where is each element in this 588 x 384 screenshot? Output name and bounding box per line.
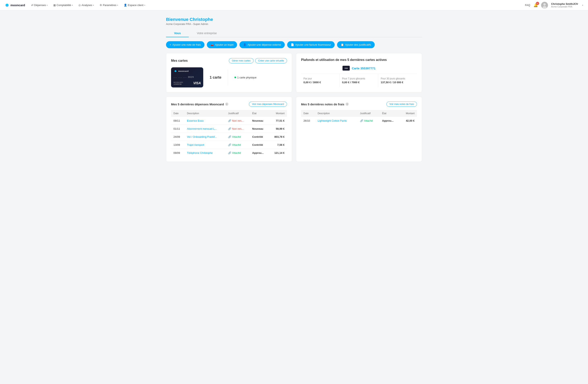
voir-depenses-button[interactable]: Voir mes dépenses Mooncard [249,101,287,107]
user-info: Christophe SmithJCfr Acme Corporate FRA [551,2,578,8]
creer-carte-virtuelle-button[interactable]: Créer une carte virtuelle [255,58,287,63]
gerer-cartes-button[interactable]: Gérer mes cartes [229,58,253,63]
cell-description[interactable]: Essence Esso [185,117,226,125]
credit-card-visual: mooncard .... .... .... 3829 MOONCARD 12… [171,67,203,87]
cc-number: .... .... .... 3829 [173,76,201,78]
plafond-7j-label: Pour 7 jours glissants [342,77,376,80]
cell-etat: Nouveau [250,125,269,133]
cell-description[interactable]: Vol / Onboarding Frankf... [185,133,226,141]
navbar-right: FAQ 🔔 11 Christophe SmithJCfr Acme Corpo… [525,2,583,9]
cell-montant: 77,51 € [269,117,287,125]
plafonds-header: Plafonds et utilisation de mes 5 dernièr… [301,58,417,62]
notes-card: Mes 5 dernières notes de frais i Voir me… [296,96,422,162]
cell-date: 26/10 [301,117,315,125]
mes-cartes-card: Mes cartes Gérer mes cartes Créer une ca… [166,53,292,93]
add-depense-externe-button[interactable]: 👤 Ajouter une dépense externe [239,41,285,48]
notes-table-body: 26/10 Lightweight Cotton Pants 🔗Attaché … [301,117,417,125]
welcome-subtitle: Acme Corporate FRA - Super Admin [166,22,422,25]
main-content: Bienvenue Christophe Acme Corporate FRA … [161,10,427,168]
nav-depenses[interactable]: ⇄ Dépenses ▾ [29,2,50,8]
nav-comptabilite[interactable]: ▦ Comptabilité ▾ [51,2,75,8]
nav-espace-client[interactable]: 👤 Espace client ▾ [122,2,147,8]
plus-icon: + [170,43,171,46]
plafonds-title: Plafonds et utilisation de mes 5 dernièr… [301,58,387,62]
col-justificatif: Justificatif [357,110,380,117]
top-grid: Mes cartes Gérer mes cartes Créer une ca… [166,53,422,93]
nav-analyses[interactable]: ◎ Analyses ▾ [77,2,96,8]
depenses-header: Mes 5 dernières dépenses Mooncard i Voir… [171,101,287,107]
depenses-info-icon[interactable]: i [225,102,228,106]
col-etat: État [250,110,269,117]
cell-description[interactable]: Trajet Aeroport [185,141,226,149]
add-justificatifs-button[interactable]: 📋 Ajouter des justificatifs [337,41,375,48]
user-chevron-icon[interactable]: ▾ [582,4,583,6]
mini-card-visual: VISA [342,66,350,71]
cell-montant: 42,00 € [400,117,417,125]
analyses-icon: ◎ [79,4,81,7]
user-name: Christophe SmithJCfr [551,2,578,5]
cell-justificatif: 🔗Attaché [226,133,250,141]
faq-link[interactable]: FAQ [525,4,530,7]
link-icon: 🔗 [360,119,363,122]
col-date: Date [171,110,185,117]
chevron-down-icon: ▾ [93,4,94,6]
cell-etat: Nouveau [250,117,269,125]
plafond-jour: Par jour 0,00 € / 3000 € [301,74,340,87]
avatar [541,2,548,9]
tab-vous[interactable]: Vous [166,30,189,37]
col-montant: Montant [400,110,417,117]
green-dot-icon [234,77,236,78]
plafond-7j-value: 0,00 € / 7000 € [342,81,376,84]
table-row: 13/09 Trajet Aeroport 🔗Attaché Contrôlé … [171,141,287,149]
add-facture-fournisseur-button[interactable]: 📄 Ajouter une facture fournisseur [287,41,335,48]
cell-justificatif: 🔗Attaché [226,149,250,157]
cc-id: 123456789 [173,83,183,85]
cell-justificatif: 🔗Attaché [357,117,380,125]
cell-justificatif: 🔗Non ren... [226,117,250,125]
bottom-grid: Mes 5 dernières dépenses Mooncard i Voir… [166,96,422,162]
chevron-down-icon: ▾ [117,4,118,6]
cell-montant: 121,14 € [269,149,287,157]
cc-brand-label: MOONCARD [173,81,183,83]
plafond-jour-value: 0,00 € / 3000 € [303,81,337,84]
cell-etat: Approu... [250,149,269,157]
plafond-30j: Pour 30 jours glissants 137,50 € / 10 00… [378,74,417,87]
welcome-title: Bienvenue Christophe [166,17,422,22]
nav-parametres[interactable]: ⚙ Paramètres ▾ [98,2,120,8]
cell-date: 09/09 [171,149,185,157]
add-trajet-button[interactable]: 🚗 Ajouter un trajet [207,41,237,48]
notes-info-icon[interactable]: i [346,102,349,106]
cartes-actions: Gérer mes cartes Créer une carte virtuel… [229,58,287,63]
table-row: 26/10 Lightweight Cotton Pants 🔗Attaché … [301,117,417,125]
cell-montant: 803,78 € [269,133,287,141]
voir-notes-button[interactable]: Voir mes notes de frais [386,101,417,107]
comptabilite-icon: ▦ [53,4,56,7]
mes-cartes-title: Mes cartes [171,59,188,62]
notification-badge: 11 [536,2,539,5]
tab-votre-entreprise[interactable]: Votre entreprise [189,30,225,37]
cell-etat: Contrôlé [250,133,269,141]
table-row: 01/11 Abonnement mensuel L... 🔗Non ren..… [171,125,287,133]
notes-table-head: Date Description Justificatif État Monta… [301,110,417,117]
col-description: Description [185,110,226,117]
cc-bottom: MOONCARD 123456789 VISA [173,81,201,85]
cell-date: 24/09 [171,133,185,141]
mini-visa-icon: VISA [344,68,348,69]
navbar: mooncard ⇄ Dépenses ▾ ▦ Comptabilité ▾ ◎… [0,0,588,10]
notifications-bell[interactable]: 🔔 11 [533,3,538,7]
depenses-card: Mes 5 dernières dépenses Mooncard i Voir… [166,96,292,162]
add-note-frais-button[interactable]: + Ajouter une note de frais [166,41,205,48]
person-icon: 👤 [243,43,246,46]
card-physical: 1 carte physique [234,76,256,79]
cell-description[interactable]: Abonnement mensuel L... [185,125,226,133]
col-justificatif: Justificatif [226,110,250,117]
cell-description[interactable]: Lightweight Cotton Pants [315,117,357,125]
logo[interactable]: mooncard [5,3,25,7]
col-date: Date [301,110,315,117]
notes-title: Mes 5 dernières notes de frais i [301,102,349,106]
cell-description[interactable]: Téléphone Christophe [185,149,226,157]
clipboard-icon: 📋 [341,43,344,46]
link-icon: 🔗 [228,119,231,122]
chevron-down-icon: ▾ [144,4,145,6]
svg-point-1 [543,3,546,6]
